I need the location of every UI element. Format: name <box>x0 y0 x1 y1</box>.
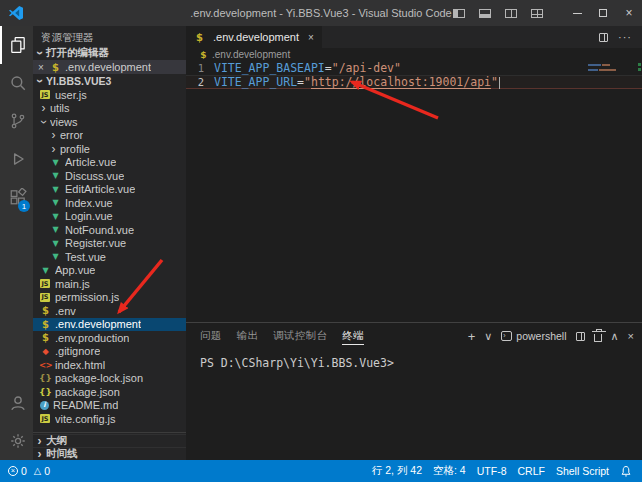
tab-env-development[interactable]: $ .env.development × <box>186 26 322 48</box>
notifications-bell-icon[interactable] <box>620 465 632 478</box>
open-editors-label: 打开的编辑器 <box>46 46 109 60</box>
close-panel-icon[interactable]: × <box>628 331 634 342</box>
tree-item-EditArticle.vue[interactable]: ▼EditArticle.vue <box>33 183 186 197</box>
close-tab-icon[interactable]: × <box>308 32 314 43</box>
vue-file-icon: ▼ <box>50 224 61 235</box>
folder-chevron-icon[interactable]: › <box>47 144 60 154</box>
vscode-window: .env.development - Yi.BBS.Vue3 - Visual … <box>0 0 642 482</box>
line-number[interactable]: 2 <box>186 75 214 89</box>
minimap[interactable] <box>588 64 632 74</box>
error-icon <box>8 466 18 476</box>
tree-item-utils[interactable]: ›utils <box>33 102 186 116</box>
tree-item-label: Article.vue <box>65 156 116 168</box>
status-right: 行 2, 列 42空格: 4UTF-8CRLFShell Script <box>372 464 609 478</box>
settings-gear-icon[interactable] <box>0 422 33 460</box>
toggle-sidebar-icon[interactable] <box>446 0 472 26</box>
open-editor-label: .env.development <box>65 61 151 73</box>
tree-item-views[interactable]: ›views <box>33 115 186 129</box>
breadcrumb-item[interactable]: .env.development <box>212 49 290 60</box>
overview-ruler <box>637 61 642 322</box>
new-terminal-icon[interactable]: + <box>468 330 476 343</box>
vue-file-icon: ▼ <box>50 157 61 168</box>
code-area: 1VITE_APP_BASEAPI="/api-dev"2VITE_APP_UR… <box>186 61 642 89</box>
breadcrumb[interactable]: $ .env.development <box>186 48 642 61</box>
project-header[interactable]: › YI.BBS.VUE3 <box>33 74 186 88</box>
status-cursor-position[interactable]: 行 2, 列 42 <box>372 464 422 478</box>
status-language-mode[interactable]: Shell Script <box>556 465 609 477</box>
json-file-icon: {} <box>40 386 51 397</box>
toggle-secondary-sidebar-icon[interactable] <box>498 0 524 26</box>
tree-item-README.md[interactable]: iREADME.md <box>33 399 186 413</box>
panel-tab-输出[interactable]: 输出 <box>237 323 259 349</box>
tree-item-user.js[interactable]: JSuser.js <box>33 88 186 102</box>
outline-section[interactable]: › 大纲 <box>33 434 186 447</box>
status-encoding[interactable]: UTF-8 <box>477 465 507 477</box>
panel-actions: + ∨ › powershell ∧ × <box>468 330 634 343</box>
folder-chevron-icon[interactable]: › <box>37 103 50 113</box>
maximize-button[interactable] <box>590 0 616 26</box>
timeline-section[interactable]: › 时间线 <box>33 447 186 460</box>
tree-item-permission.js[interactable]: JSpermission.js <box>33 291 186 305</box>
file-tree: JSuser.js›utils›views›error›profile▼Arti… <box>33 88 186 426</box>
tree-item-App.vue[interactable]: ▼App.vue <box>33 264 186 278</box>
terminal-dropdown-icon[interactable]: ∨ <box>484 331 492 342</box>
minimize-button[interactable] <box>564 0 590 26</box>
tree-item-.env[interactable]: $.env <box>33 304 186 318</box>
panel-tab-调试控制台[interactable]: 调试控制台 <box>273 323 327 349</box>
tree-item-label: error <box>60 129 83 141</box>
open-editor-item[interactable]: × $ .env.development <box>33 60 186 74</box>
more-actions-icon[interactable]: ··· <box>618 31 632 43</box>
status-eol[interactable]: CRLF <box>517 465 544 477</box>
source-control-icon[interactable] <box>0 102 33 140</box>
extensions-icon[interactable]: 1 <box>0 178 33 216</box>
tree-item-Login.vue[interactable]: ▼Login.vue <box>33 210 186 224</box>
code-editor[interactable]: 1VITE_APP_BASEAPI="/api-dev"2VITE_APP_UR… <box>186 61 642 322</box>
open-editors-header[interactable]: › 打开的编辑器 <box>33 46 186 60</box>
problems-status[interactable]: 0 0 <box>8 465 50 477</box>
tree-item-profile[interactable]: ›profile <box>33 142 186 156</box>
split-terminal-icon[interactable] <box>576 332 585 341</box>
terminal-instance-powershell[interactable]: › powershell <box>501 330 566 342</box>
panel-tab-问题[interactable]: 问题 <box>200 323 222 349</box>
tree-item-label: Login.vue <box>65 210 113 222</box>
folder-chevron-icon[interactable]: › <box>39 115 49 128</box>
account-icon[interactable] <box>0 384 33 422</box>
tree-item-package-lock.json[interactable]: {}package-lock.json <box>33 372 186 386</box>
tree-item-Article.vue[interactable]: ▼Article.vue <box>33 156 186 170</box>
tree-item-Discuss.vue[interactable]: ▼Discuss.vue <box>33 169 186 183</box>
split-editor-icon[interactable] <box>599 33 608 42</box>
terminal-output[interactable]: PS D:\CSharp\Yi\Yi.BBS.Vue3> <box>186 349 642 460</box>
tree-item-vite.config.js[interactable]: JSvite.config.js <box>33 412 186 426</box>
tree-item-label: README.md <box>53 399 118 411</box>
tree-item-.env.development[interactable]: $.env.development <box>33 318 186 332</box>
search-icon[interactable] <box>0 64 33 102</box>
folder-chevron-icon[interactable]: › <box>47 130 60 140</box>
tree-item-Register.vue[interactable]: ▼Register.vue <box>33 237 186 251</box>
close-window-button[interactable]: × <box>616 0 642 26</box>
kill-terminal-icon[interactable] <box>594 334 602 342</box>
tree-item-package.json[interactable]: {}package.json <box>33 385 186 399</box>
tree-item-Test.vue[interactable]: ▼Test.vue <box>33 250 186 264</box>
status-indentation[interactable]: 空格: 4 <box>433 464 466 478</box>
tree-item-.env.production[interactable]: $.env.production <box>33 331 186 345</box>
code-line[interactable]: 1VITE_APP_BASEAPI="/api-dev" <box>186 61 642 75</box>
tree-item-.gitignore[interactable]: ◆.gitignore <box>33 345 186 359</box>
line-number[interactable]: 1 <box>186 61 214 75</box>
tree-item-index.html[interactable]: <>index.html <box>33 358 186 372</box>
chevron-icon: › <box>33 436 46 446</box>
tree-item-NotFound.vue[interactable]: ▼NotFound.vue <box>33 223 186 237</box>
customize-layout-icon[interactable] <box>524 0 550 26</box>
run-debug-icon[interactable] <box>0 140 33 178</box>
toggle-panel-icon[interactable] <box>472 0 498 26</box>
md-file-icon: i <box>40 401 49 410</box>
maximize-panel-icon[interactable]: ∧ <box>611 331 619 342</box>
close-icon[interactable]: × <box>38 62 50 73</box>
panel-tab-终端[interactable]: 终端 <box>342 323 364 349</box>
tree-item-Index.vue[interactable]: ▼Index.vue <box>33 196 186 210</box>
tree-item-main.js[interactable]: JSmain.js <box>33 277 186 291</box>
tree-item-label: index.html <box>55 359 105 371</box>
explorer-icon[interactable] <box>0 26 33 64</box>
activity-bar-spacer <box>0 216 33 384</box>
tree-item-error[interactable]: ›error <box>33 129 186 143</box>
code-line[interactable]: 2VITE_APP_URL="http://localhost:19001/ap… <box>186 75 642 89</box>
